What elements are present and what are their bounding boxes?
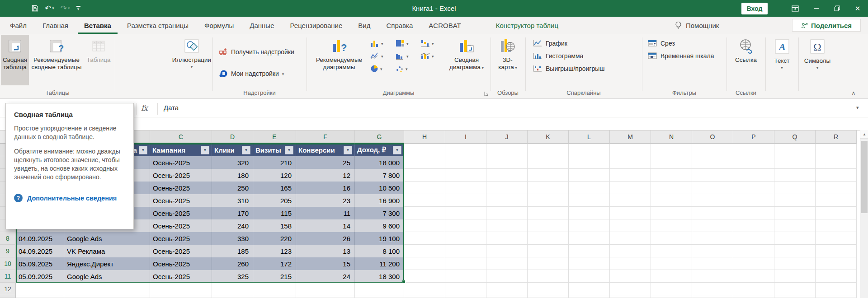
ribbon-display-options-button[interactable] xyxy=(785,0,806,17)
cell[interactable] xyxy=(610,194,651,207)
cell[interactable] xyxy=(486,144,528,156)
undo-dropdown-icon[interactable]: ▾ xyxy=(52,6,54,10)
cell[interactable] xyxy=(816,182,857,194)
column-header-R[interactable]: R xyxy=(816,130,857,144)
cell[interactable] xyxy=(445,257,486,270)
cell-d2[interactable]: 320 xyxy=(212,156,253,169)
cell[interactable] xyxy=(733,182,774,194)
insert-statistic-chart-button[interactable]: ▾ xyxy=(395,52,409,60)
column-header-C[interactable]: C xyxy=(150,130,212,144)
cell-c4[interactable]: Осень-2025 xyxy=(150,182,212,194)
cell[interactable] xyxy=(486,270,528,283)
cell-g2[interactable]: 18 000 xyxy=(355,156,404,169)
row-header-13[interactable] xyxy=(0,295,16,298)
tab-acrobat[interactable]: ACROBAT xyxy=(422,17,467,34)
insert-waterfall-chart-button[interactable]: ▾ xyxy=(420,39,434,47)
cell[interactable] xyxy=(569,219,610,232)
cell-d4[interactable]: 250 xyxy=(212,182,253,194)
get-addins-button[interactable]: Получить надстройки xyxy=(219,47,294,56)
cell[interactable] xyxy=(733,295,774,298)
insert-hierarchy-chart-button[interactable]: ▾ xyxy=(395,39,409,47)
illustrations-button[interactable]: Иллюстрации ▾ xyxy=(172,35,212,69)
column-header-I[interactable]: I xyxy=(445,130,486,144)
cell-e10[interactable]: 172 xyxy=(253,257,296,270)
column-header-J[interactable]: J xyxy=(486,130,528,144)
table-header-e[interactable]: Визиты▼ xyxy=(253,144,296,156)
cell[interactable] xyxy=(774,156,816,169)
cell-d5[interactable]: 310 xyxy=(212,194,253,207)
cell[interactable] xyxy=(733,232,774,245)
cell-e2[interactable]: 210 xyxy=(253,156,296,169)
symbols-button[interactable]: Ω Символы ▾ xyxy=(802,35,833,70)
vertical-scrollbar[interactable]: ▲ xyxy=(860,130,868,298)
cell-f6[interactable]: 11 xyxy=(296,207,355,219)
cell-g3[interactable]: 7 800 xyxy=(355,169,404,182)
cell-a11[interactable]: 05.09.2025 xyxy=(16,270,64,283)
scrollbar-thumb[interactable] xyxy=(861,141,868,213)
filter-button-f[interactable]: ▼ xyxy=(344,146,352,154)
charts-dialog-launcher[interactable] xyxy=(483,91,489,96)
cell[interactable] xyxy=(528,144,569,156)
cell[interactable] xyxy=(404,144,445,156)
column-header-E[interactable]: E xyxy=(253,130,296,144)
cell[interactable] xyxy=(528,207,569,219)
cell[interactable] xyxy=(486,194,528,207)
cell[interactable] xyxy=(569,245,610,257)
insert-column-bar-chart-button[interactable]: ▾ xyxy=(370,39,383,47)
column-header-M[interactable]: M xyxy=(610,130,651,144)
cell[interactable] xyxy=(651,156,692,169)
cell[interactable] xyxy=(733,245,774,257)
cell[interactable] xyxy=(610,270,651,283)
cell[interactable] xyxy=(733,207,774,219)
cell[interactable] xyxy=(404,156,445,169)
cell[interactable] xyxy=(569,207,610,219)
formula-input[interactable]: Дата xyxy=(164,104,179,112)
minimize-button[interactable] xyxy=(806,0,826,17)
table-header-f[interactable]: Конверсии▼ xyxy=(296,144,355,156)
pivot-table-button[interactable]: Своднаятаблица xyxy=(1,35,29,85)
cell-c9[interactable]: Осень-2025 xyxy=(150,245,212,257)
timeline-button[interactable]: Временная шкала xyxy=(647,52,714,60)
text-button[interactable]: A Текст ▾ xyxy=(769,35,794,70)
cell[interactable] xyxy=(692,194,733,207)
cell-f3[interactable]: 12 xyxy=(296,169,355,182)
cell-c5[interactable]: Осень-2025 xyxy=(150,194,212,207)
cell[interactable] xyxy=(528,295,569,298)
sparkline-column-button[interactable]: Гистограмма xyxy=(533,52,583,60)
cell[interactable] xyxy=(733,156,774,169)
cell[interactable] xyxy=(733,283,774,295)
slicer-button[interactable]: Срез xyxy=(647,39,675,47)
cell[interactable] xyxy=(816,245,857,257)
cell[interactable] xyxy=(569,283,610,295)
cell[interactable] xyxy=(774,182,816,194)
cell-f7[interactable]: 14 xyxy=(296,219,355,232)
save-button[interactable] xyxy=(32,5,38,12)
cell[interactable] xyxy=(569,194,610,207)
cell[interactable] xyxy=(253,295,296,298)
cell[interactable] xyxy=(692,144,733,156)
cell[interactable] xyxy=(528,169,569,182)
filter-button-e[interactable]: ▼ xyxy=(285,146,293,154)
cell[interactable] xyxy=(692,245,733,257)
column-header-Q[interactable]: Q xyxy=(774,130,816,144)
cell[interactable] xyxy=(486,245,528,257)
cell[interactable] xyxy=(610,295,651,298)
column-header-L[interactable]: L xyxy=(569,130,610,144)
recommended-pivot-tables-button[interactable]: ? Рекомендуемыесводные таблицы xyxy=(30,35,83,71)
cell[interactable] xyxy=(651,144,692,156)
insert-function-button[interactable]: fx xyxy=(141,103,147,112)
cell[interactable] xyxy=(528,156,569,169)
cell[interactable] xyxy=(610,257,651,270)
cell-e5[interactable]: 205 xyxy=(253,194,296,207)
cell[interactable] xyxy=(445,295,486,298)
table-header-d[interactable]: Клики▼ xyxy=(212,144,253,156)
cell[interactable] xyxy=(355,283,404,295)
cell-f5[interactable]: 23 xyxy=(296,194,355,207)
cell[interactable] xyxy=(253,283,296,295)
cell[interactable] xyxy=(528,182,569,194)
cell[interactable] xyxy=(816,283,857,295)
cell-c11[interactable]: Осень-2025 xyxy=(150,270,212,283)
cell[interactable] xyxy=(569,156,610,169)
cell[interactable] xyxy=(404,194,445,207)
cell[interactable] xyxy=(816,194,857,207)
